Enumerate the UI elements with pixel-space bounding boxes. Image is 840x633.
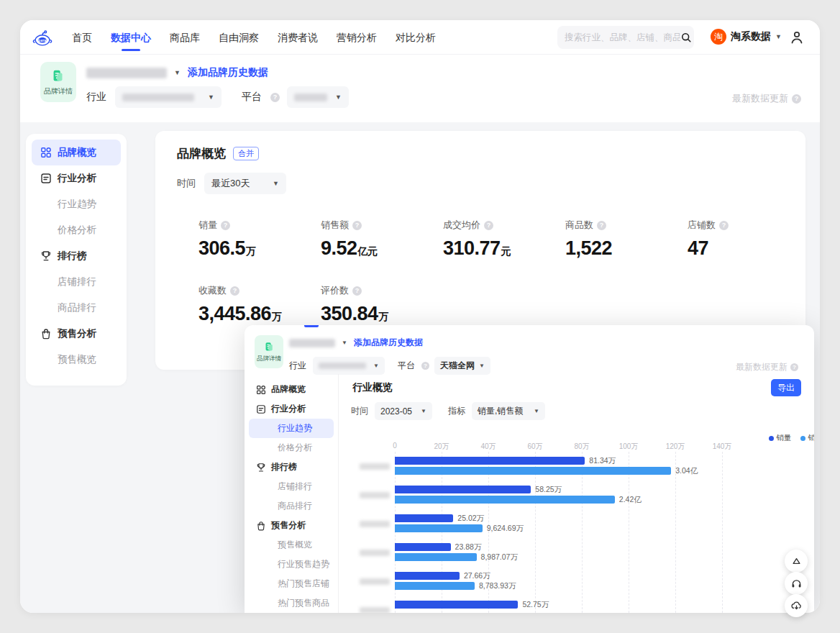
platform-value-blurred	[294, 94, 327, 101]
axis-tick-label: 40万	[480, 442, 496, 452]
merge-badge: 合并	[233, 147, 259, 160]
brand-detail-label: 品牌详情	[44, 86, 73, 96]
amount-bar[interactable]	[395, 582, 475, 590]
sidebar-item-排行榜[interactable]: 排行榜	[245, 457, 338, 477]
stat-label: 销售额?	[321, 219, 443, 232]
sidebar-item-价格分析[interactable]: 价格分析	[245, 438, 338, 457]
help-icon[interactable]: ?	[597, 221, 606, 230]
app-logo-icon[interactable]: DATA	[32, 27, 53, 49]
help-icon[interactable]: ?	[352, 221, 362, 230]
stat-value: 3,445.86万	[198, 303, 321, 325]
volume-bar[interactable]	[395, 601, 518, 609]
sidebar-item-排行榜[interactable]: 排行榜	[32, 243, 121, 269]
sidebar-item-预售概览[interactable]: 预售概览	[245, 535, 338, 555]
add-brand-history-link[interactable]: 添加品牌历史数据	[188, 66, 268, 79]
grid-icon	[256, 385, 266, 395]
time-label: 时间	[177, 177, 196, 190]
sidebar-item-预售分析[interactable]: 预售分析	[32, 321, 121, 347]
export-button[interactable]: 导出	[771, 379, 801, 396]
time-label: 时间	[351, 405, 368, 417]
stat-value: 306.5万	[198, 237, 321, 260]
volume-bar[interactable]	[395, 486, 531, 493]
amount-bar[interactable]	[395, 496, 615, 504]
sidebar-item-热门预售商品[interactable]: 热门预售商品	[245, 593, 338, 613]
help-icon[interactable]: ?	[719, 221, 729, 230]
stat-value: 47	[688, 237, 810, 260]
stat-label-text: 收藏数	[198, 284, 227, 297]
sidebar-item-行业趋势[interactable]: 行业趋势	[249, 419, 334, 438]
sidebar-item-行业趋势[interactable]: 行业趋势	[32, 191, 121, 217]
amount-bar-label: 2.42亿	[619, 496, 642, 504]
add-brand-history-link[interactable]: 添加品牌历史数据	[354, 337, 423, 349]
sidebar-item-热门预售店铺[interactable]: 热门预售店铺	[245, 574, 338, 593]
nav-item-2[interactable]: 数据中心	[111, 20, 151, 55]
metric-select[interactable]: 销量,销售额 ▼	[472, 402, 545, 420]
nav-item-3[interactable]: 商品库	[170, 20, 200, 55]
sidebar-item-品牌概览[interactable]: 品牌概览	[32, 140, 121, 165]
help-icon[interactable]: ?	[484, 221, 493, 230]
sidebar-item-商品排行[interactable]: 商品排行	[32, 295, 121, 321]
axis-tick-label: 0	[393, 442, 397, 450]
volume-bar[interactable]	[395, 543, 451, 551]
sidebar-item-行业预售趋势[interactable]: 行业预售趋势	[245, 555, 338, 574]
search-icon[interactable]	[680, 32, 692, 43]
top-nav: DATA 首页数据中心商品库自由洞察消费者说营销分析对比分析 淘 淘系数据 ▼	[20, 20, 820, 55]
industry-select[interactable]: ▼	[313, 357, 385, 375]
volume-bar[interactable]	[395, 572, 460, 580]
sidebar-item-行业分析[interactable]: 行业分析	[245, 399, 338, 419]
help-icon[interactable]: ?	[270, 93, 280, 102]
sidebar-item-label: 排行榜	[58, 250, 87, 263]
sidebar-item-预售分析[interactable]: 预售分析	[245, 516, 338, 535]
nav-item-1[interactable]: 首页	[72, 20, 92, 55]
brand-select-caret-icon[interactable]: ▼	[174, 70, 181, 76]
amount-bar[interactable]	[395, 467, 671, 475]
sidebar-item-label: 行业趋势	[58, 198, 96, 211]
customer-service-button[interactable]	[785, 572, 808, 595]
nav-item-4[interactable]: 自由洞察	[219, 20, 259, 55]
sidebar-item-品牌概览[interactable]: 品牌概览	[245, 380, 338, 399]
stat-label: 商品数?	[565, 219, 688, 232]
cloud-download-button[interactable]	[785, 594, 808, 617]
platform-select[interactable]: ▼	[287, 86, 349, 108]
category-label-blurred	[360, 578, 390, 585]
stat-label: 评价数?	[321, 284, 443, 297]
amount-bar[interactable]	[395, 524, 483, 532]
metric-value: 销量,销售额	[478, 405, 523, 417]
time-select[interactable]: 最近30天 ▼	[204, 173, 286, 194]
help-icon[interactable]: ?	[352, 286, 362, 296]
help-icon[interactable]: ?	[790, 363, 798, 371]
sidebar-item-店铺排行[interactable]: 店铺排行	[32, 269, 121, 295]
time-select[interactable]: 2023-05 ▼	[375, 402, 432, 420]
app-window: DATA 首页数据中心商品库自由洞察消费者说营销分析对比分析 淘 淘系数据 ▼	[20, 20, 820, 613]
sidebar-item-价格分析[interactable]: 价格分析	[32, 217, 121, 243]
platform-select[interactable]: 天猫全网 ▼	[434, 357, 490, 375]
back-to-top-button[interactable]	[785, 550, 808, 573]
volume-bar[interactable]	[395, 457, 585, 465]
search-box[interactable]	[557, 26, 694, 49]
help-icon[interactable]: ?	[421, 362, 429, 370]
sidebar-item-预售概览[interactable]: 预售概览	[32, 347, 121, 373]
nav-item-5[interactable]: 消费者说	[278, 20, 318, 55]
brand-detail-badge: 品牌详情	[40, 62, 76, 102]
amount-bar[interactable]	[395, 553, 477, 561]
sidebar-item-店铺排行[interactable]: 店铺排行	[245, 477, 338, 496]
help-icon[interactable]: ?	[230, 286, 239, 296]
stat-unit: 万	[379, 311, 389, 322]
stat-unit: 万	[272, 311, 282, 322]
brand-select-caret-icon[interactable]: ▼	[342, 340, 347, 346]
user-profile-icon[interactable]	[788, 29, 805, 46]
stat-成交均价: 成交均价?310.77元	[443, 219, 565, 260]
industry-select[interactable]: ▼	[115, 86, 222, 108]
help-icon[interactable]: ?	[792, 94, 801, 104]
help-icon[interactable]: ?	[221, 221, 230, 230]
nav-item-7[interactable]: 对比分析	[396, 20, 436, 55]
account-menu[interactable]: 淘 淘系数据 ▼	[711, 29, 782, 45]
brand-doc-icon	[50, 68, 66, 84]
platform-value: 天猫全网	[440, 360, 475, 372]
nav-item-6[interactable]: 营销分析	[337, 20, 377, 55]
sidebar-item-商品排行[interactable]: 商品排行	[245, 496, 338, 516]
platform-label: 平台	[242, 91, 262, 104]
search-input[interactable]	[565, 32, 680, 42]
sidebar-item-行业分析[interactable]: 行业分析	[32, 165, 121, 191]
volume-bar[interactable]	[395, 514, 453, 522]
